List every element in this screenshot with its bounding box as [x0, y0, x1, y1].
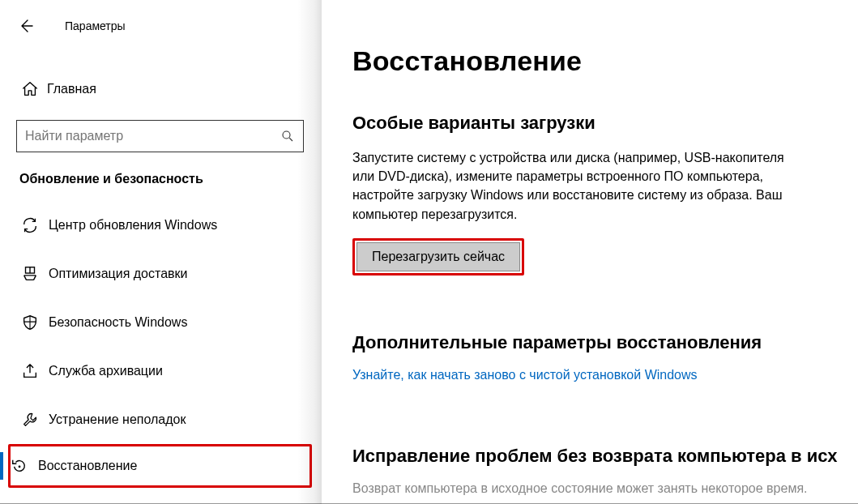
fresh-start-link[interactable]: Узнайте, как начать заново с чистой уста…: [352, 368, 698, 382]
selected-indicator: [0, 452, 3, 480]
highlight-box: Перезагрузить сейчас: [352, 238, 524, 275]
search-input[interactable]: [16, 120, 304, 152]
back-button[interactable]: [18, 18, 50, 34]
section-text-advanced-startup: Запустите систему с устройства или диска…: [352, 148, 806, 224]
sidebar-item-label: Восстановление: [38, 459, 137, 473]
window-header: Параметры: [16, 10, 304, 42]
arrow-left-icon: [18, 18, 34, 34]
restart-now-button[interactable]: Перезагрузить сейчас: [356, 242, 520, 271]
delivery-icon: [21, 265, 49, 283]
sidebar-item-label: Устранение неполадок: [49, 412, 186, 427]
wrench-icon: [21, 411, 49, 429]
window-title: Параметры: [50, 19, 126, 32]
search-icon: [280, 129, 295, 143]
sidebar-item-label: Безопасность Windows: [49, 315, 187, 330]
section-heading-advanced-startup: Особые варианты загрузки: [352, 113, 858, 134]
svg-line-1: [289, 138, 292, 141]
svg-point-3: [19, 466, 21, 468]
sidebar-item-backup[interactable]: Служба архивации: [0, 347, 320, 395]
section-text-fix-problems: Возврат компьютера в исходное состояние …: [352, 481, 806, 496]
svg-point-0: [283, 131, 290, 139]
shield-icon: [21, 314, 49, 331]
backup-icon: [21, 362, 49, 380]
sidebar-item-windows-update[interactable]: Центр обновления Windows: [0, 201, 320, 250]
sidebar-item-label: Оптимизация доставки: [49, 267, 187, 281]
sidebar-item-windows-security[interactable]: Безопасность Windows: [0, 298, 320, 347]
search-field[interactable]: [25, 129, 280, 143]
section-heading-more-recovery: Дополнительные параметры восстановления: [352, 332, 858, 353]
sidebar-home-label: Главная: [47, 82, 96, 96]
sidebar-item-recovery[interactable]: Восстановление: [8, 444, 312, 488]
page-title: Восстановление: [352, 45, 858, 77]
sidebar-home[interactable]: Главная: [16, 65, 304, 113]
section-heading-fix-problems: Исправление проблем без возврата компьют…: [352, 446, 858, 467]
sidebar-section-title: Обновление и безопасность: [19, 172, 304, 186]
home-icon: [21, 80, 47, 98]
recovery-icon: [11, 457, 38, 475]
sidebar: Параметры Главная Обновление и безопасно…: [0, 0, 320, 504]
sidebar-item-label: Служба архивации: [49, 364, 163, 378]
sidebar-item-troubleshoot[interactable]: Устранение неполадок: [0, 395, 320, 444]
sidebar-item-label: Центр обновления Windows: [49, 218, 217, 233]
sidebar-item-delivery-optimization[interactable]: Оптимизация доставки: [0, 250, 320, 298]
sync-icon: [21, 216, 49, 234]
content-area: Восстановление Особые варианты загрузки …: [320, 0, 858, 504]
